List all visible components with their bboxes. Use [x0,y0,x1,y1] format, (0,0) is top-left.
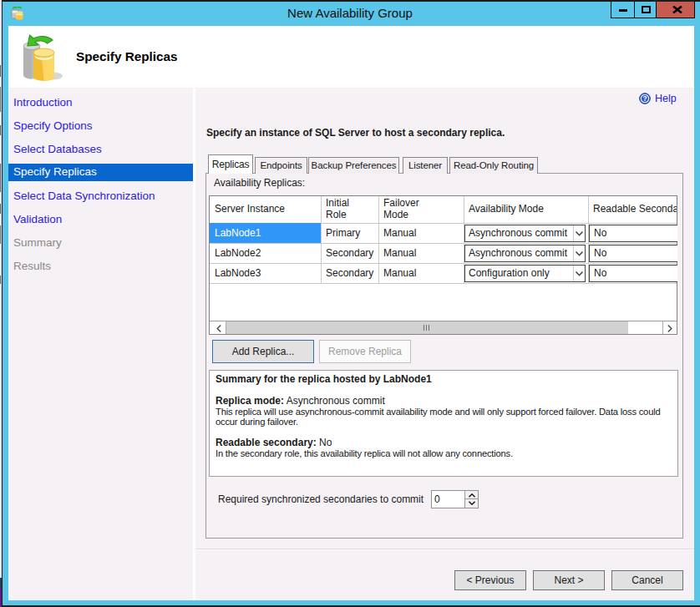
svg-text:?: ? [642,94,647,103]
